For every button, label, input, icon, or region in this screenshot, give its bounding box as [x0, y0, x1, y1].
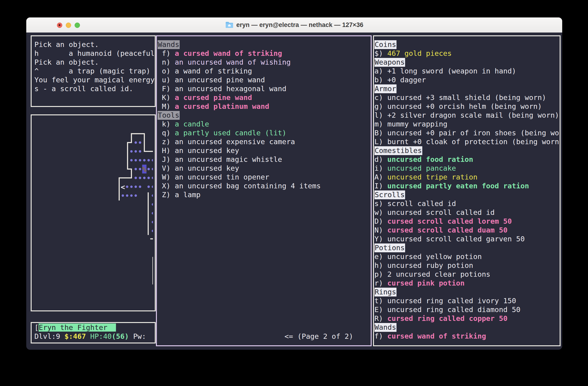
dungeon-map: %< — [32, 115, 153, 309]
map-floor-dot — [139, 186, 141, 188]
item-text: uncursed scroll called id — [387, 208, 495, 216]
inventory-item: Y) uncursed scroll called garven 50 — [374, 235, 560, 243]
item-selector: a) — [374, 67, 387, 75]
menu-item[interactable]: o) a wand of striking — [158, 67, 371, 76]
item-selector: I) — [374, 182, 387, 190]
item-text: a wand of striking — [175, 67, 252, 75]
menu-item[interactable]: V) an uncursed key — [158, 164, 371, 173]
item-text: uncursed ring called diamond 50 — [387, 305, 520, 314]
map-floor-dot — [130, 186, 132, 188]
map-floor-dot — [130, 159, 132, 161]
inventory-item: r) cursed pink potion — [374, 279, 560, 288]
menu-item[interactable]: k) a candle — [158, 120, 371, 129]
map-floor-dot — [139, 168, 141, 170]
item-selector: H) — [158, 147, 175, 155]
inventory-item: E) uncursed ring called diamond 50 — [374, 305, 560, 314]
item-text: an uncursed key — [175, 147, 239, 155]
map-floor-dot — [135, 150, 137, 152]
item-text: cursed ring called copper 50 — [387, 314, 507, 322]
menu-item[interactable]: M) a cursed platinum wand — [158, 102, 371, 111]
folder-icon — [225, 21, 233, 28]
map-floor-dot — [147, 177, 150, 179]
item-text: cursed scroll called lorem 50 — [387, 217, 512, 225]
menu-header: Tools — [158, 111, 371, 120]
item-text: 2 uncursed clear potions — [387, 270, 490, 278]
item-selector: E) — [374, 305, 387, 314]
menu-item[interactable]: F) an uncursed hexagonal wand — [158, 85, 371, 93]
inventory-header: Rings — [374, 288, 560, 297]
item-selector: o) — [158, 67, 175, 75]
item-selector: X) — [158, 182, 175, 190]
menu-item[interactable]: W) an uncursed tin opener — [158, 173, 371, 182]
item-selector: B) — [374, 129, 387, 137]
item-selector: L) — [374, 138, 387, 146]
inventory-item: B) uncursed +0 pair of iron shoes (being… — [374, 129, 560, 137]
message-line: s - a scroll called id. — [34, 85, 155, 93]
menu-page-indicator: <= (Page 2 of 2) — [284, 332, 353, 341]
map-floor-dot — [147, 186, 150, 188]
item-selector: N) — [374, 226, 387, 234]
message-pane: Pick an object.h a humanoid (peacefulPic… — [31, 35, 156, 107]
status-pane: [Eryn the Fighter Dlvl:9 $:467 HP:40(56)… — [31, 322, 156, 343]
inventory-item: N) cursed scroll called duam 50 — [374, 226, 560, 235]
item-text: uncursed ruby potion — [387, 261, 473, 270]
item-text: an uncursed key — [175, 164, 239, 172]
map-floor-dot — [130, 194, 132, 197]
inventory-header: Scrolls — [374, 191, 560, 199]
inventory-item: h) uncursed ruby potion — [374, 261, 560, 270]
menu-item[interactable]: f) a cursed wand of striking — [158, 49, 371, 58]
menu-item[interactable]: u) an uncursed pine wand — [158, 76, 371, 85]
menu-header: Wands — [158, 40, 371, 49]
item-text: cursed scroll called duam 50 — [387, 226, 507, 234]
inventory-item: g) uncursed +0 orcish helm (being worn) — [374, 102, 560, 111]
menu-item[interactable]: J) an uncursed magic whistle — [158, 155, 371, 164]
item-selector: Y) — [374, 235, 387, 243]
item-text: mummy wrapping — [387, 120, 447, 128]
item-selector: f) — [158, 49, 175, 57]
item-selector: k) — [158, 120, 175, 128]
map-food-glyph: % — [142, 165, 147, 173]
item-text: +2 silver dragon scale mail (being worn) — [387, 111, 559, 119]
status-stats-line: Dlvl:9 $:467 HP:40(56) Pw: — [34, 332, 155, 341]
message-line: Pick an object. — [34, 40, 155, 49]
menu-item[interactable]: q) a partly used candle (lit) — [158, 129, 371, 137]
item-text: an uncursed bag containing 4 items — [175, 182, 321, 190]
item-text: a partly used candle (lit) — [175, 129, 286, 137]
message-line: Pick an object. — [34, 58, 155, 67]
item-selector: h) — [374, 261, 387, 270]
item-selector: z) — [158, 138, 175, 146]
item-selector: g) — [374, 102, 387, 110]
titlebar[interactable]: eryn — eryn@electra — nethack — 127×36 — [26, 18, 562, 33]
item-text: uncursed partly eaten food ration — [387, 182, 529, 190]
menu-item[interactable]: K) a cursed pine wand — [158, 93, 371, 102]
map-floor-dot — [122, 194, 124, 197]
map-floor-dot — [152, 168, 153, 170]
item-selector: W) — [158, 173, 175, 181]
item-selector: r) — [374, 279, 387, 287]
inventory-item: s) scroll called id — [374, 199, 560, 208]
menu-item[interactable]: Z) a lamp — [158, 191, 371, 199]
item-selector: J) — [158, 155, 175, 163]
menu-item[interactable]: X) an uncursed bag containing 4 items — [158, 182, 371, 191]
item-selector: w) — [374, 208, 387, 216]
item-selector: F) — [158, 85, 175, 93]
inventory-header: Potions — [374, 243, 560, 252]
inventory-item: m) mummy wrapping — [374, 120, 560, 129]
item-text: a cursed wand of striking — [175, 49, 282, 57]
menu-item[interactable]: H) an uncursed key — [158, 146, 371, 155]
item-selector: e) — [374, 253, 387, 261]
item-text: uncursed scroll called garven 50 — [387, 235, 525, 243]
map-floor-dot — [139, 141, 141, 144]
map-upstairs-glyph: < — [121, 183, 125, 191]
menu-item[interactable]: z) an uncursed expensive camera — [158, 137, 371, 146]
item-text: an uncursed tin opener — [175, 173, 269, 181]
item-selector: u) — [158, 76, 175, 84]
item-text: uncursed tripe ration — [387, 173, 477, 181]
item-selector: $) — [374, 49, 387, 57]
status-title-line: [Eryn the Fighter — [34, 323, 155, 332]
item-selector: b) — [374, 76, 387, 84]
map-floor-dot — [147, 159, 150, 161]
item-selector: q) — [158, 129, 175, 137]
item-text: uncursed ring called ivory 150 — [387, 297, 516, 305]
menu-item[interactable]: n) an uncursed wand of wishing — [158, 58, 371, 67]
